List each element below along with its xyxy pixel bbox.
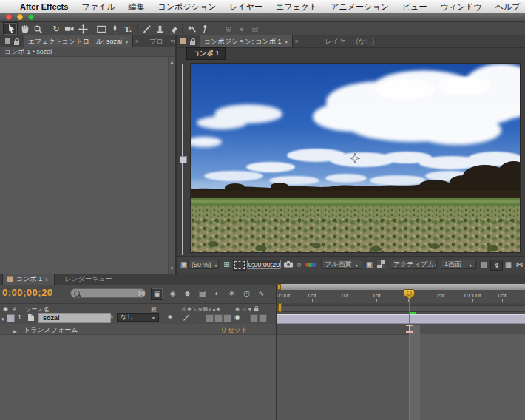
draft-3d-icon[interactable]: ◈ (167, 288, 178, 299)
menu-help[interactable]: ヘルプ (489, 0, 525, 13)
tab-dropdown-icon[interactable] (285, 38, 288, 45)
snapshot-camera-icon[interactable] (283, 260, 294, 269)
pan-behind-tool[interactable] (76, 23, 89, 35)
lock-well[interactable] (259, 314, 267, 322)
menu-after-effects[interactable]: After Effects (13, 0, 75, 13)
live-update-icon[interactable]: ▣ (151, 288, 163, 300)
pen-tool[interactable] (108, 23, 121, 35)
lock-panel-icon[interactable] (14, 38, 19, 45)
work-area-start-handle[interactable] (278, 303, 282, 312)
panel-grip-icon[interactable] (5, 38, 10, 44)
quality-switch-icon[interactable]: ／ (183, 313, 190, 322)
zoom-window-button[interactable] (28, 14, 34, 20)
frame-blending-icon[interactable]: ▤ (197, 288, 208, 299)
menu-edit[interactable]: 編集 (121, 0, 151, 13)
clone-stamp-tool[interactable] (153, 23, 166, 35)
roto-brush-tool[interactable] (185, 23, 198, 35)
minimize-window-button[interactable] (17, 14, 23, 20)
menu-window[interactable]: ウィンドウ (433, 0, 488, 13)
panel-grip-icon[interactable] (180, 38, 186, 44)
close-window-button[interactable] (6, 14, 12, 20)
search-input[interactable] (82, 289, 144, 298)
tab-layer[interactable]: レイヤー: (なし) (322, 35, 378, 47)
timeline-current-time[interactable]: 0;00;00;20 (2, 287, 53, 298)
current-time-indicator-line[interactable] (409, 295, 410, 420)
camera-view-dropdown[interactable]: アクティブカ... (390, 260, 437, 269)
layer-twirl-icon[interactable] (1, 315, 5, 322)
flowchart-button-icon[interactable]: ⋈ (515, 260, 524, 269)
fast-preview-icon[interactable]: ↯ (490, 260, 503, 271)
safe-margins-icon[interactable]: ⊞ (222, 260, 231, 269)
parent-dropdown[interactable]: なし (117, 313, 159, 322)
timeline-track-area[interactable] (277, 312, 525, 420)
composition-canvas-footage[interactable] (191, 64, 520, 252)
scroll-up-icon[interactable]: ▲ (169, 58, 175, 66)
zoom-tool[interactable] (31, 23, 44, 35)
view-layout-dropdown[interactable]: 1画面 (441, 260, 476, 269)
tab-timeline-comp[interactable]: コンポ 1 (2, 274, 55, 285)
magnification-dropdown[interactable]: (50 %) (188, 260, 219, 269)
timeline-button-icon[interactable]: ▦ (504, 260, 513, 269)
graph-editor-icon[interactable]: ∿ (256, 288, 267, 299)
viewer-scrollbar-knob[interactable] (180, 156, 187, 163)
layer-row[interactable]: 1 sozai ◎ なし ◈ ／ ◉ (0, 312, 276, 324)
menu-animation[interactable]: アニメーション (324, 0, 396, 13)
menu-effect[interactable]: エフェクト (269, 0, 324, 13)
current-time-indicator-head[interactable] (403, 289, 415, 297)
target-region-icon[interactable]: ▣ (365, 260, 374, 269)
panel-menu-icon[interactable] (170, 39, 175, 44)
auto-keyframe-icon[interactable]: ◷ (241, 288, 252, 299)
search-box[interactable] (70, 288, 146, 298)
layer-video-eye-icon[interactable]: ◉ (234, 314, 240, 321)
menu-view[interactable]: ビュー (396, 0, 434, 13)
tab-composition[interactable]: コンポジション: コンポ 1 (200, 35, 293, 47)
rotation-tool[interactable]: ↻ (50, 23, 63, 35)
close-tab-icon[interactable] (135, 38, 139, 45)
menu-file[interactable]: ファイル (75, 0, 121, 13)
effect-controls-scrollbar[interactable]: ▲ ▼ (168, 57, 175, 274)
motion-blur-icon[interactable]: ◐ (211, 288, 223, 299)
brainstorm-icon[interactable]: ☀ (226, 288, 237, 299)
menu-layer[interactable]: レイヤー (223, 0, 269, 13)
pixel-aspect-correction-icon[interactable]: ▤ (479, 260, 489, 269)
layer-name-field[interactable]: sozai (38, 313, 111, 323)
solo-well[interactable] (250, 314, 258, 322)
type-tool[interactable]: T. (121, 23, 135, 35)
channel-icon[interactable] (305, 260, 317, 269)
eraser-tool[interactable] (166, 23, 180, 35)
menu-composition[interactable]: コンポジション (151, 0, 223, 13)
show-snapshot-icon[interactable]: ☻ (294, 260, 304, 269)
time-ruler[interactable]: 0:00f 05f 10f 15f 20f 25f 01:00f 05f (277, 290, 525, 304)
tab-project[interactable]: プロ (146, 35, 166, 47)
switch-well[interactable] (206, 314, 214, 322)
transform-twirl-icon[interactable] (13, 327, 17, 334)
close-tab-icon[interactable] (44, 276, 48, 283)
parent-pick-whip-icon[interactable]: ◎ (108, 314, 113, 320)
lock-panel-icon[interactable] (190, 38, 196, 45)
close-tab-icon[interactable] (295, 38, 299, 45)
mask-shape-tool[interactable] (95, 23, 108, 35)
tab-render-queue[interactable]: レンダーキュー (61, 274, 115, 285)
brush-tool[interactable] (140, 23, 153, 35)
camera-tool[interactable] (63, 23, 76, 35)
tab-effect-controls[interactable]: エフェクトコントロール: sozai (24, 35, 133, 47)
puppet-pin-tool[interactable] (198, 23, 211, 35)
switch-well[interactable] (223, 314, 231, 322)
hide-shy-layers-icon[interactable]: ☻ (182, 288, 193, 299)
region-of-interest-icon[interactable] (233, 260, 246, 271)
scroll-down-icon[interactable]: ▼ (169, 265, 175, 272)
selection-tool[interactable] (3, 22, 18, 35)
resolution-dropdown[interactable]: フル画質 (321, 260, 362, 269)
layer-duration-bar[interactable] (277, 314, 525, 324)
switch-well[interactable] (214, 314, 223, 322)
current-time-display[interactable]: 0;00;00;20 (247, 260, 281, 269)
mini-flowchart-icon[interactable]: ⋈ (136, 288, 147, 299)
transparency-grid-icon[interactable] (376, 260, 387, 269)
navigator-start-handle[interactable] (277, 284, 281, 290)
work-area-bar[interactable] (277, 305, 525, 312)
tab-dropdown-icon[interactable] (125, 38, 129, 45)
hand-tool[interactable] (18, 23, 31, 35)
window-titlebar[interactable] (0, 13, 525, 22)
collapse-switch-icon[interactable]: ◈ (168, 314, 172, 320)
layer-color-swatch[interactable] (7, 314, 15, 322)
